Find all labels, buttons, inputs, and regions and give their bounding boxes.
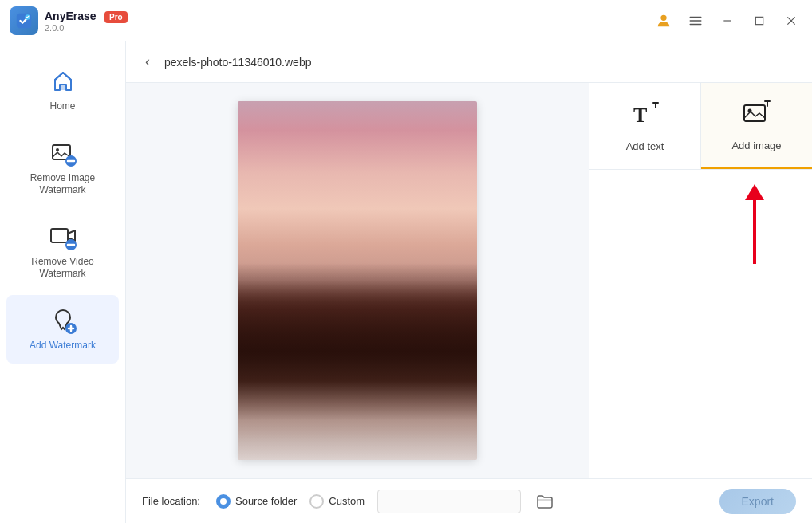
- red-arrow: [745, 186, 764, 264]
- sidebar-item-remove-image-label: Remove Image Watermark: [13, 172, 112, 197]
- minimize-button[interactable]: [716, 10, 739, 32]
- maximize-button[interactable]: [748, 10, 771, 32]
- menu-icon[interactable]: [684, 10, 707, 32]
- svg-rect-18: [744, 105, 765, 121]
- sidebar-item-remove-image[interactable]: Remove Image Watermark: [6, 128, 119, 208]
- radio-group: Source folder Custom: [216, 490, 556, 513]
- home-icon: [49, 67, 77, 96]
- back-button[interactable]: ‹: [139, 50, 156, 73]
- add-image-button[interactable]: Add image: [701, 83, 812, 169]
- sidebar-item-home-label: Home: [49, 100, 75, 113]
- source-folder-label: Source folder: [235, 495, 297, 507]
- arrow-head: [745, 184, 764, 200]
- add-watermark-icon: [49, 306, 77, 335]
- app-info: AnyErase Pro 2.0.0: [45, 9, 128, 33]
- custom-label: Custom: [329, 495, 365, 507]
- sidebar-item-add-watermark[interactable]: Add Watermark: [6, 295, 119, 364]
- titlebar-controls: [652, 10, 802, 32]
- svg-rect-7: [755, 17, 763, 24]
- content-area: ‹ pexels-photo-11346010.webp T: [126, 41, 812, 523]
- panel-actions: T Add text: [589, 83, 812, 170]
- add-image-icon: [743, 99, 771, 133]
- svg-rect-10: [61, 85, 65, 90]
- custom-path-input[interactable]: [377, 490, 521, 513]
- file-location-label: File location:: [142, 495, 200, 507]
- radio-circle-inner: [220, 498, 227, 505]
- app-name: AnyErase: [45, 10, 97, 22]
- main-layout: Home Remove Image Watermark: [0, 41, 812, 523]
- export-button[interactable]: Export: [719, 489, 796, 514]
- add-text-icon: T: [631, 100, 660, 134]
- folder-browse-button[interactable]: [534, 490, 556, 513]
- svg-text:T: T: [633, 104, 647, 127]
- right-panel: T Add text: [589, 83, 812, 478]
- source-folder-radio[interactable]: [216, 494, 231, 509]
- image-preview: [238, 101, 477, 460]
- add-text-button[interactable]: T Add text: [589, 83, 701, 169]
- pro-badge: Pro: [104, 11, 128, 23]
- close-button[interactable]: [780, 10, 802, 32]
- sidebar-item-home[interactable]: Home: [6, 56, 119, 124]
- arrow-line: [753, 200, 756, 264]
- sidebar: Home Remove Image Watermark: [0, 41, 126, 523]
- annotation-arrow-container: [589, 170, 812, 478]
- app-version: 2.0.0: [45, 23, 128, 33]
- account-icon[interactable]: [652, 10, 675, 32]
- source-folder-option[interactable]: Source folder: [216, 494, 297, 509]
- export-label: Export: [742, 495, 774, 508]
- content-topbar: ‹ pexels-photo-11346010.webp: [126, 41, 812, 83]
- titlebar: AnyErase Pro 2.0.0: [0, 0, 812, 41]
- workspace: T Add text: [126, 83, 812, 478]
- bottom-bar: File location: Source folder Custom: [126, 478, 812, 523]
- add-image-label: Add image: [731, 140, 781, 151]
- canvas-area: [126, 83, 589, 478]
- svg-point-12: [56, 148, 59, 151]
- filename-label: pexels-photo-11346010.webp: [164, 56, 311, 69]
- custom-radio[interactable]: [309, 494, 324, 509]
- sidebar-item-remove-video[interactable]: Remove Video Watermark: [6, 211, 119, 292]
- svg-point-2: [660, 14, 666, 20]
- remove-video-icon: [49, 222, 77, 251]
- svg-rect-14: [51, 229, 68, 242]
- custom-option[interactable]: Custom: [309, 494, 365, 509]
- sidebar-item-remove-video-label: Remove Video Watermark: [13, 256, 112, 281]
- sidebar-item-add-watermark-label: Add Watermark: [30, 340, 96, 352]
- app-logo: [10, 6, 38, 35]
- add-text-label: Add text: [626, 140, 664, 152]
- remove-image-icon: [49, 139, 77, 167]
